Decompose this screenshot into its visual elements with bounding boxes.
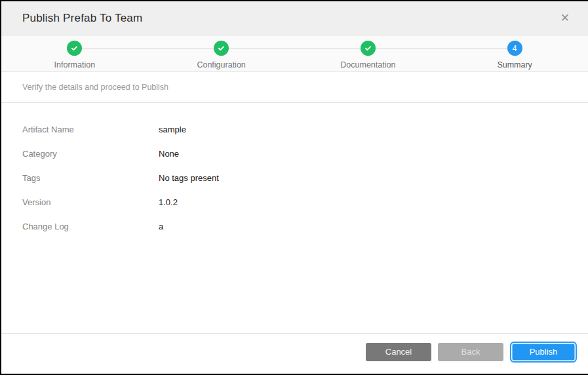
detail-value: sample: [159, 125, 186, 134]
detail-value: 1.0.2: [159, 197, 178, 207]
step-label: Configuration: [197, 60, 245, 69]
dialog-footer: Cancel Back Publish: [1, 333, 588, 374]
detail-value: No tags present: [159, 173, 219, 183]
publish-prefab-dialog: Publish Prefab To Team ✕ Information Con…: [0, 0, 588, 375]
detail-label: Change Log: [22, 222, 159, 231]
detail-label: Tags: [22, 173, 159, 183]
dialog-header: Publish Prefab To Team ✕: [1, 1, 588, 35]
step-summary[interactable]: 4 Summary: [441, 41, 588, 71]
detail-row-tags: Tags No tags present: [22, 166, 588, 190]
detail-label: Version: [22, 197, 159, 207]
close-icon[interactable]: ✕: [558, 10, 572, 26]
subtitle-row: Verify the details and proceed to Publis…: [1, 72, 588, 103]
detail-label: Artifact Name: [22, 125, 159, 134]
check-icon: [214, 41, 229, 56]
subtitle-text: Verify the details and proceed to Publis…: [22, 83, 168, 92]
stepper: Information Configuration Documentation …: [1, 35, 588, 72]
summary-details: Artifact Name sample Category None Tags …: [1, 103, 588, 333]
detail-row-artifact-name: Artifact Name sample: [22, 117, 588, 142]
step-documentation[interactable]: Documentation: [295, 41, 442, 71]
detail-value: None: [159, 149, 179, 159]
step-configuration[interactable]: Configuration: [148, 41, 295, 71]
step-number-badge: 4: [507, 41, 522, 56]
detail-row-version: Version 1.0.2: [22, 190, 588, 214]
step-information[interactable]: Information: [1, 41, 148, 71]
detail-row-change-log: Change Log a: [22, 214, 588, 239]
cancel-button[interactable]: Cancel: [366, 343, 431, 361]
detail-label: Category: [22, 149, 159, 159]
step-label: Summary: [497, 60, 532, 69]
dialog-title: Publish Prefab To Team: [22, 12, 142, 25]
step-label: Documentation: [340, 60, 395, 69]
step-label: Information: [54, 60, 96, 69]
detail-row-category: Category None: [22, 142, 588, 166]
check-icon: [361, 41, 376, 56]
detail-value: a: [159, 222, 163, 231]
back-button[interactable]: Back: [438, 343, 503, 361]
check-icon: [67, 41, 82, 56]
publish-button[interactable]: Publish: [510, 342, 577, 363]
